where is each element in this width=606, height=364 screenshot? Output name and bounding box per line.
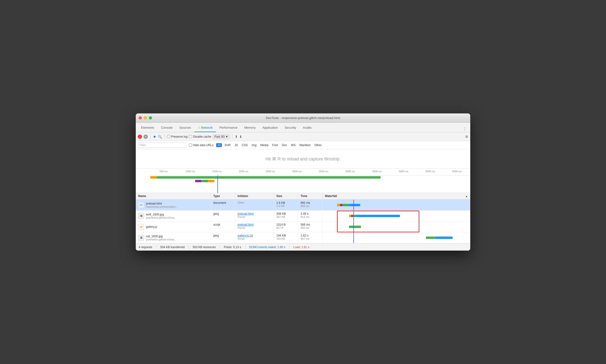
preserve-log-label[interactable]: Preserve log	[167, 135, 187, 138]
tab-elements[interactable]: Elements	[138, 124, 158, 132]
network-settings-button[interactable]: ⚙	[465, 135, 468, 139]
ruler-tick-6: 3500 ms	[310, 170, 337, 173]
td-time-0: 991 ms 983 ms	[298, 200, 322, 210]
tab-console[interactable]: Console	[158, 124, 176, 132]
name-text-2: gallery.js	[146, 225, 157, 229]
filter-chip-xhr[interactable]: XHR	[223, 143, 232, 147]
track-seg-green2	[201, 180, 208, 182]
status-transferred: 504 KB transferred	[160, 246, 185, 249]
track-seg-green-long	[195, 176, 381, 179]
wf-ttfb-0	[342, 204, 348, 206]
th-time: Time	[298, 193, 322, 199]
filter-chip-js[interactable]: JS	[233, 143, 239, 147]
filter-chip-img[interactable]: Img	[250, 143, 258, 147]
record-button[interactable]	[138, 134, 142, 139]
throttle-dropdown[interactable]: Fast 3G ▼	[213, 134, 230, 139]
close-button[interactable]	[139, 116, 142, 119]
th-name: Name	[136, 193, 211, 199]
wf-download-0	[348, 204, 360, 206]
filter-input[interactable]	[138, 143, 186, 148]
filter-chip-doc[interactable]: Doc	[281, 143, 288, 147]
more-tools-button[interactable]: ⋮	[461, 126, 468, 132]
disable-cache-label[interactable]: Disable cache	[189, 135, 211, 138]
td-name-1: 🖼 wolf_1600.jpg yoavweiss.github.io/ima.…	[136, 211, 211, 221]
filter-chip-font[interactable]: Font	[271, 143, 279, 147]
table-row[interactable]: 🖼 cat_1600.jpg yoavweiss.github.io/ima..…	[136, 233, 470, 243]
hide-data-urls-label[interactable]: Hide data URLs	[188, 143, 215, 147]
ruler-tick-11: 6000 ms	[444, 170, 470, 173]
tab-performance[interactable]: Performance	[216, 124, 241, 132]
status-divider-3	[220, 245, 220, 249]
maximize-button[interactable]	[149, 116, 152, 119]
clear-button[interactable]: ⊘	[144, 134, 148, 139]
filter-chip-other[interactable]: Other	[313, 143, 323, 147]
wf-green-3	[426, 236, 435, 239]
filter-chip-media[interactable]: Media	[259, 143, 270, 147]
file-icon-img2: 🖼	[138, 235, 144, 241]
track-seg-orange2	[208, 180, 214, 182]
tab-sources[interactable]: Sources	[176, 124, 194, 132]
window-title: DevTools - responsive-preload.glitch.me/…	[266, 116, 340, 120]
track-seg-orange	[150, 176, 157, 179]
table-row[interactable]: </> preload.html responsive-preload.glit…	[136, 200, 470, 211]
network-table: Name Type Initiator Size Time Waterfall …	[136, 193, 470, 243]
vertical-line-1	[354, 211, 354, 221]
table-row[interactable]: JS gallery.js script preload.html Parser…	[136, 221, 470, 233]
td-name-2: JS gallery.js	[136, 221, 211, 232]
ruler-tick-2: 1500 ms	[204, 170, 230, 173]
td-time-1: 2.48 s 814 ms	[298, 211, 322, 221]
traffic-lights	[139, 116, 152, 119]
td-initiator-0: Other	[235, 200, 274, 210]
hide-data-urls-checkbox[interactable]	[189, 143, 192, 147]
wf-stall-1	[349, 215, 351, 217]
filmstrip-area: Hit ⌘ R to reload and capture filmstrip.	[136, 149, 470, 169]
ruler-tick-4: 2500 ms	[257, 170, 284, 173]
status-divider-4	[245, 245, 245, 249]
wf-dns-0	[340, 204, 342, 206]
td-type-3: jpeg	[211, 233, 235, 243]
status-load: Load: 1.61 s	[293, 246, 309, 249]
filter-chip-css[interactable]: CSS	[240, 143, 249, 147]
filmstrip-message: Hit ⌘ R to reload and capture filmstrip.	[265, 156, 341, 162]
divider-2	[164, 134, 165, 139]
tab-memory[interactable]: Memory	[241, 124, 259, 132]
table-row[interactable]: 🖼 wolf_1600.jpg yoavweiss.github.io/ima.…	[136, 211, 470, 221]
td-waterfall-2	[322, 221, 470, 232]
status-divider-2	[189, 245, 189, 249]
filter-chip-all[interactable]: All	[216, 143, 222, 147]
td-waterfall-0	[322, 200, 470, 210]
filter-chip-manifest[interactable]: Manifest	[298, 143, 312, 147]
ruler-tick-3: 2000 ms	[230, 170, 257, 173]
td-initiator-1: preload.html Parser	[235, 211, 274, 221]
tab-network[interactable]: ⚠Network	[194, 124, 216, 132]
status-finish: Finish: 5.13 s	[224, 246, 241, 249]
file-icon-img: 🖼	[138, 213, 144, 219]
ruler-tick-10: 5500 ms	[417, 170, 444, 173]
status-dom-loaded: DOMContentLoaded: 1.60 s	[249, 246, 285, 249]
th-type: Type	[211, 193, 235, 199]
track-seg-blue	[157, 176, 195, 179]
tab-application[interactable]: Application	[259, 124, 281, 132]
tab-security[interactable]: Security	[281, 124, 299, 132]
preserve-log-checkbox[interactable]	[167, 135, 170, 138]
timeline-tracks	[150, 175, 470, 193]
import-har-button[interactable]: ⬆	[235, 135, 238, 139]
th-waterfall: Waterfall ▲	[322, 193, 470, 199]
td-initiator-2: preload.html Parser	[235, 221, 274, 232]
minimize-button[interactable]	[144, 116, 147, 119]
tab-audits[interactable]: Audits	[299, 124, 315, 132]
td-type-0: document	[211, 200, 235, 210]
td-size-3: 194 KB 193 KB	[274, 233, 298, 243]
wf-blue-3	[435, 236, 453, 239]
track-seg-purple	[195, 180, 201, 182]
timeline-track-row-2	[150, 180, 470, 183]
th-initiator: Initiator	[235, 193, 274, 199]
export-har-button[interactable]: ⬇	[239, 135, 242, 139]
warn-icon: ⚠	[198, 126, 201, 130]
td-type-1: jpeg	[211, 211, 235, 221]
filter-icon[interactable]: ⯁	[153, 135, 156, 139]
disable-cache-checkbox[interactable]	[189, 135, 192, 138]
table-header: Name Type Initiator Size Time Waterfall …	[136, 193, 470, 200]
filter-chip-ws[interactable]: WS	[290, 143, 297, 147]
search-icon[interactable]: 🔍	[158, 135, 162, 139]
